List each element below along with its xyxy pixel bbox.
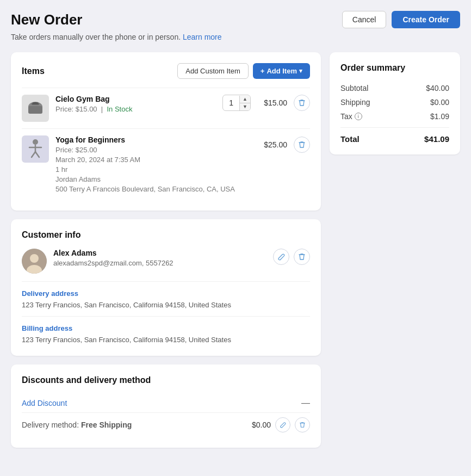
summary-divider xyxy=(340,127,449,128)
svg-point-6 xyxy=(33,139,38,145)
item-name: Yoga for Beginners xyxy=(55,135,251,144)
left-column: Items Add Custom Item + Add Item ▾ xyxy=(11,52,321,448)
product-thumbnail xyxy=(22,95,49,122)
subtitle: Take orders manually over the phone or i… xyxy=(11,33,460,41)
discounts-card: Discounts and delivery method Add Discou… xyxy=(11,364,321,448)
item-location: 500 Terry A Francois Boulevard, San Fran… xyxy=(55,185,251,193)
delivery-method-row: Delivery method: Free Shipping $0.00 xyxy=(22,412,310,437)
total-value: $41.09 xyxy=(424,134,449,144)
quantity-stepper[interactable]: 1 ▲ ▼ xyxy=(222,95,251,111)
plus-icon: + xyxy=(261,67,265,75)
delete-customer-button[interactable] xyxy=(294,249,310,265)
tax-label: Tax i xyxy=(340,112,362,121)
items-title: Items xyxy=(22,66,45,76)
delivery-label: Delivery method: Free Shipping xyxy=(22,421,132,429)
item-right: $25.00 xyxy=(257,137,310,153)
delivery-address: 123 Terry Francios, San Francisco, Calif… xyxy=(22,300,310,311)
customer-actions xyxy=(273,249,310,265)
customer-info-card: Customer info Alex Adams alexadams2spd@z… xyxy=(11,219,321,356)
item-image xyxy=(22,135,49,163)
total-row: Total $41.09 xyxy=(340,134,449,144)
item-info: Yoga for Beginners Price: $25.00 March 2… xyxy=(55,135,251,193)
quantity-down-button[interactable]: ▼ xyxy=(240,103,250,110)
discounts-title: Discounts and delivery method xyxy=(22,375,151,385)
item-instructor: Jordan Adams xyxy=(55,175,251,183)
item-price-label: Price: $25.00 xyxy=(55,146,251,154)
dash-icon: — xyxy=(301,398,310,408)
create-order-button[interactable]: Create Order xyxy=(392,11,460,28)
quantity-arrows: ▲ ▼ xyxy=(239,96,250,110)
shipping-value: $0.00 xyxy=(430,98,449,107)
customer-avatar xyxy=(22,249,47,274)
item-duration: 1 hr xyxy=(55,165,251,174)
item-price: $25.00 xyxy=(257,140,287,149)
edit-customer-button[interactable] xyxy=(273,249,289,265)
subtotal-value: $40.00 xyxy=(426,84,449,92)
item-price: $15.00 xyxy=(257,98,287,107)
item-date: March 20, 2024 at 7:35 AM xyxy=(55,156,251,164)
edit-delivery-button[interactable] xyxy=(275,417,290,432)
add-discount-row: Add Discount — xyxy=(22,394,310,412)
delete-delivery-button[interactable] xyxy=(295,417,310,432)
edit-icon xyxy=(277,253,285,261)
customer-contact: alexadams2spd@zmail.com, 5557262 xyxy=(53,259,267,267)
billing-address: 123 Terry Francios, San Francisco, Calif… xyxy=(22,335,310,345)
items-card: Items Add Custom Item + Add Item ▾ xyxy=(11,52,321,211)
right-column: Order summary Subtotal $40.00 Shipping $… xyxy=(330,52,460,154)
header-actions: Cancel Create Order xyxy=(342,11,460,28)
chevron-down-icon: ▾ xyxy=(299,67,302,75)
svg-rect-3 xyxy=(28,106,42,114)
item-image xyxy=(22,95,49,122)
item-right: 1 ▲ ▼ $15.00 xyxy=(222,95,310,111)
main-layout: Items Add Custom Item + Add Item ▾ xyxy=(11,52,460,448)
discounts-header: Discounts and delivery method xyxy=(22,375,310,385)
table-row: Cielo Gym Bag Price: $15.00 | In Stock 1… xyxy=(22,88,310,128)
billing-address-section: Billing address 123 Terry Francios, San … xyxy=(22,316,310,345)
trash-icon xyxy=(298,253,306,261)
learn-more-link[interactable]: Learn more xyxy=(183,33,222,41)
delivery-address-label: Delivery address xyxy=(22,289,310,298)
item-meta: Price: $15.00 | In Stock xyxy=(55,105,216,113)
order-summary-card: Order summary Subtotal $40.00 Shipping $… xyxy=(330,52,460,154)
trash-icon xyxy=(299,422,306,428)
subtotal-label: Subtotal xyxy=(340,84,368,92)
subtotal-row: Subtotal $40.00 xyxy=(340,84,449,92)
delivery-method-name: Free Shipping xyxy=(81,421,132,429)
order-summary-title: Order summary xyxy=(340,63,449,73)
tax-row: Tax i $1.09 xyxy=(340,112,449,121)
customer-name: Alex Adams xyxy=(53,249,267,257)
trash-icon xyxy=(298,99,306,107)
delivery-right: $0.00 xyxy=(252,417,310,432)
customer-info-header: Customer info xyxy=(22,230,310,240)
customer-info: Alex Adams alexadams2spd@zmail.com, 5557… xyxy=(53,249,267,267)
cancel-button[interactable]: Cancel xyxy=(342,11,387,28)
item-name: Cielo Gym Bag xyxy=(55,95,216,103)
quantity-up-button[interactable]: ▲ xyxy=(240,96,250,103)
tax-value: $1.09 xyxy=(430,112,449,121)
customer-row: Alex Adams alexadams2spd@zmail.com, 5557… xyxy=(22,249,310,274)
quantity-value: 1 xyxy=(223,98,239,107)
delete-item-button[interactable] xyxy=(294,137,310,153)
billing-address-label: Billing address xyxy=(22,324,310,332)
shipping-row: Shipping $0.00 xyxy=(340,98,449,107)
add-item-button[interactable]: + Add Item ▾ xyxy=(253,63,310,79)
product-thumbnail xyxy=(22,135,49,163)
item-info: Cielo Gym Bag Price: $15.00 | In Stock xyxy=(55,95,216,113)
total-label: Total xyxy=(340,134,360,144)
trash-icon xyxy=(298,141,306,149)
delivery-address-section: Delivery address 123 Terry Francios, San… xyxy=(22,281,310,311)
customer-info-title: Customer info xyxy=(22,230,80,240)
svg-point-12 xyxy=(30,254,39,263)
add-custom-item-button[interactable]: Add Custom Item xyxy=(177,63,248,79)
delete-item-button[interactable] xyxy=(294,95,310,111)
items-actions: Add Custom Item + Add Item ▾ xyxy=(177,63,310,79)
edit-icon xyxy=(280,422,286,428)
tax-info-icon: i xyxy=(355,113,362,120)
avatar xyxy=(22,249,47,274)
svg-rect-4 xyxy=(33,102,38,104)
page-title: New Order xyxy=(11,11,83,28)
shipping-label: Shipping xyxy=(340,98,370,107)
delivery-price: $0.00 xyxy=(252,421,271,429)
add-discount-link[interactable]: Add Discount xyxy=(22,399,67,407)
items-header: Items Add Custom Item + Add Item ▾ xyxy=(22,63,310,79)
